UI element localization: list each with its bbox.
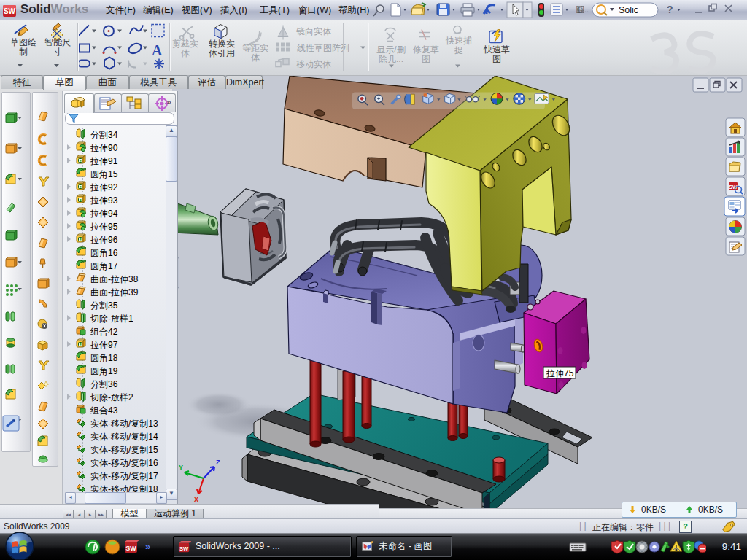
svg-text:SW: SW xyxy=(179,545,189,552)
svg-text:Solic: Solic xyxy=(619,5,638,15)
svg-text:㘥..: 㘥.. xyxy=(576,5,589,14)
svg-text:SW: SW xyxy=(125,545,136,552)
svg-text:»: » xyxy=(145,541,150,552)
svg-text:A: A xyxy=(152,42,163,58)
svg-text:?: ? xyxy=(667,4,673,15)
